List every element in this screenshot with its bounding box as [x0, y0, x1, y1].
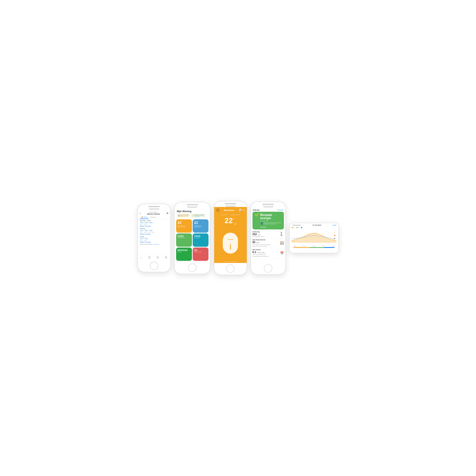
tile-sublabel-woonkamer: Ingesteld tot 22°	[178, 227, 190, 228]
geofencing-value: 252	[253, 233, 257, 236]
openraam-unit: keren	[256, 242, 260, 243]
sun-time-2: 08:00	[144, 240, 147, 241]
tile-label-woonkamer: Woonkamer	[178, 225, 190, 227]
devices-showcase: ‹ Woonkamer Slimme schema ⚙ 🏠 Thuis Afwe…	[130, 193, 346, 283]
chart-svg: N 🔥 ❄	[291, 229, 337, 244]
geofencing-info: Geofencing 252 uren in Afwezigheids-modu…	[253, 231, 279, 237]
sat-slot-3: 23.0°	[149, 230, 153, 232]
sunday-slots: 23.0° 23.0°	[140, 238, 169, 239]
legend-label-2: 19°	[298, 227, 300, 228]
notif-schema-text: Schema herstellenAlteen voor: 22°	[180, 214, 189, 217]
temp-item-target: Luchtdruk/(huis) 96%	[230, 214, 240, 215]
energie-read-more[interactable]: Lees meer ›	[260, 226, 266, 227]
nav-home-icon[interactable]: ⌂	[141, 256, 142, 259]
temp-item-current: Voelt als (21)	[221, 214, 227, 215]
phone2-screen: Mijn Woning 🔄 Schema herstellenAlteen vo…	[175, 208, 210, 262]
add-slot-weekdays[interactable]: Tijdblok toevoegen	[140, 225, 169, 227]
phone-woning: Mijn Woning 🔄 Schema herstellenAlteen vo…	[174, 202, 210, 274]
notif-schema[interactable]: 🔄 Schema herstellenAlteen voor: 22°	[177, 214, 190, 218]
notif-lightning-icon: ⚡	[192, 215, 194, 217]
row-open-raam: Open Raam Detectie 85 keren tado° heeft …	[251, 238, 285, 248]
openraam-label: Open Raam Detectie	[253, 239, 280, 240]
days-value: Ma – Vr, Za, Zo ›	[151, 244, 159, 245]
slimschema-unit: uren per dag	[257, 252, 264, 253]
thermostat-body	[223, 233, 238, 254]
thermostat-container[interactable]	[214, 226, 247, 260]
gear-icon[interactable]: ⚙	[166, 212, 169, 215]
energie-month: Februari	[253, 209, 260, 211]
slimschema-label: Slim Schema	[253, 249, 280, 250]
sat-slot-1: 13.0°	[140, 230, 144, 232]
add-slot-sunday[interactable]: Tijdblok toevoegen	[140, 241, 169, 243]
openraam-value-container: 85 keren	[253, 240, 280, 244]
legend-dot-orange	[291, 227, 293, 228]
chart-room-label: Woonkamer	[293, 224, 301, 226]
temp-current-label: Voelt als (21)	[221, 214, 227, 215]
woning-header: Mijn Woning 🔄 Schema herstellenAlteen vo…	[175, 208, 210, 219]
tile-woonkamer[interactable]: 22° Woonkamer Ingesteld tot 22°	[176, 219, 192, 233]
nav-menu1-icon[interactable]: ☰	[148, 256, 151, 259]
phone-notch-3	[225, 205, 236, 207]
slot-2: 18.0°	[144, 222, 149, 223]
sunday-label: Zondag	[140, 236, 169, 237]
close-button[interactable]: ✕	[216, 208, 220, 212]
legend-dot-blue	[301, 227, 302, 228]
geofencing-icon: 🚶	[279, 232, 284, 236]
phone-notch-1	[149, 208, 159, 210]
schema-tabs: 🏠 Thuis Afwezig	[138, 216, 170, 219]
day-group-sunday: Zondag 23.0° 23.0° 05:00 08:00 Tijdblok …	[138, 235, 170, 243]
notif-refresh-icon: 🔄	[178, 215, 180, 217]
phone-thermostat: ✕ Woonkamer 📊 ☰ Voelt als (21) Luchtdruk…	[214, 201, 247, 275]
chart-x-labels: 04:00 08:00 12:00 16:00 20:00	[291, 245, 337, 247]
sun-slot-1: 23.0°	[140, 238, 144, 239]
sat-time-3: 15:00	[148, 232, 151, 233]
home-icon-small: ⌂	[291, 224, 292, 226]
chart-legend: 22° 19°	[289, 227, 338, 228]
room-temps: Voelt als (21) Luchtdruk/(huis) 96%	[214, 213, 247, 216]
nav-menu3-icon[interactable]: ☰	[165, 256, 167, 259]
svg-text:❄: ❄	[334, 238, 335, 240]
auto-assist-tip: 👤 Gebruikers met Auto-Assist besparengem…	[260, 221, 281, 228]
svg-text:N: N	[334, 232, 335, 233]
tile-energie[interactable]: BESPAAR Energie	[176, 248, 192, 261]
tablet-screen: ⌂ Woonkamer 07.Juli.2018 Klaar 22° 19°	[289, 223, 338, 253]
tile-slaapkamer[interactable]: 21° Slaapkamer Ingesteld tot 21°	[193, 219, 208, 233]
phone-notch-2	[187, 206, 197, 208]
tile-keyword-thuis: THUIS	[194, 235, 207, 237]
room-header-icons: 📊 ☰	[239, 209, 245, 212]
notif-max[interactable]: ⚡ Maximaal vervangenAlle kamers	[191, 214, 205, 218]
tab-afwezig[interactable]: Afwezig	[149, 216, 157, 219]
saturday-slots: 13.0° 18.0° 23.0°	[140, 230, 169, 232]
row-slim-schema: Slim Schema 9.2 uren per dag tado° was i…	[251, 248, 285, 258]
energie-text: Bespaarenergie Meer informatie 👤 Gebruik…	[260, 213, 281, 228]
energie-cancel[interactable]: Annuleer	[277, 209, 283, 211]
tile-care[interactable]: OK Care & Protect	[193, 248, 208, 261]
energie-banner: 🌱 Bespaarenergie Meer informatie 👤 Gebru…	[253, 212, 284, 229]
phone2-nav: ⌂ ☰ ☰	[175, 262, 210, 262]
weekdays-label: Maandag – vrijdag	[140, 220, 169, 221]
tile-klimaat[interactable]: GOED Klimaatcomfort	[176, 233, 192, 247]
woning-notifications: 🔄 Schema herstellenAlteen voor: 22° ⚡ Ma…	[177, 214, 208, 218]
phone-energie: Februari Annuleer 🌱 Bespaarenergie Meer …	[251, 202, 286, 275]
slot-1: 18.0°	[140, 222, 144, 223]
big-temp-value: 22	[225, 217, 233, 225]
chart-color-bar	[293, 247, 335, 248]
legend-item-2: 19°	[296, 227, 300, 228]
slimschema-desc: tado° was ingesteld op eenenergiebespare…	[253, 254, 280, 257]
phone4-screen: Februari Annuleer 🌱 Bespaarenergie Meer …	[251, 207, 285, 263]
energie-header: Februari Annuleer	[251, 207, 285, 212]
bar-chart-icon[interactable]: 📊	[239, 209, 242, 212]
list-icon[interactable]: ☰	[243, 209, 245, 212]
energie-leaf-icon: 🌱	[254, 213, 259, 218]
geofencing-desc: in Afwezigheids-modus	[253, 236, 279, 237]
nav-menu2-icon[interactable]: ☰	[156, 256, 159, 259]
tile-geo[interactable]: THUIS Geolocatie	[193, 233, 208, 247]
openraam-desc: tado° heeft je verwarming uitgezet inver…	[253, 244, 280, 247]
add-slot-saturday[interactable]: Tijdblok toevoegen	[140, 233, 169, 235]
chart-done-button[interactable]: Klaar	[333, 224, 337, 226]
room-header: ✕ Woonkamer 📊 ☰	[214, 207, 247, 213]
sun-slot-2: 23.0°	[144, 238, 149, 239]
tab-thuis[interactable]: 🏠 Thuis	[140, 216, 149, 219]
x-label-3: 12:00	[312, 245, 315, 247]
thermostat-line	[227, 239, 233, 240]
